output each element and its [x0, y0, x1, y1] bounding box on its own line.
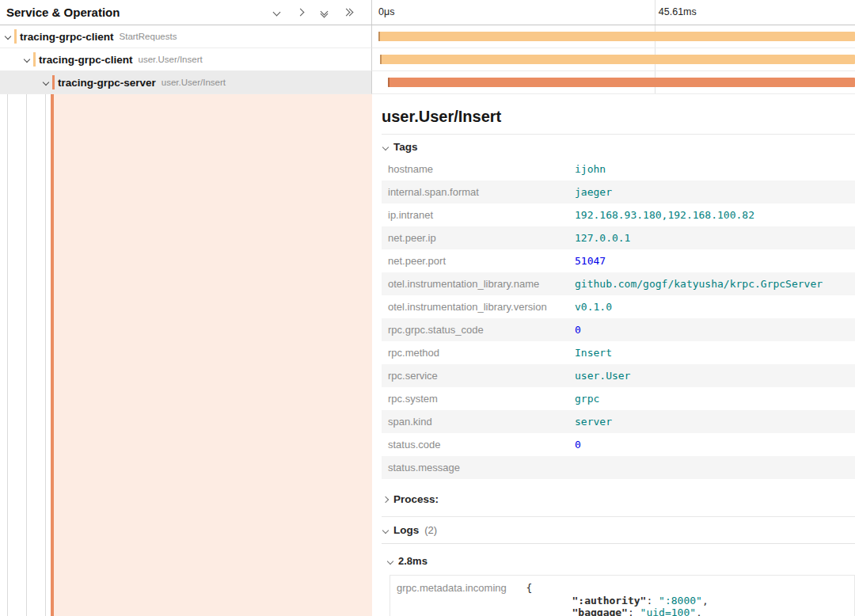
- tag-value: 51047: [568, 249, 855, 272]
- tag-value: 192.168.93.180,192.168.100.82: [568, 203, 855, 226]
- span-duration-bar[interactable]: [380, 55, 855, 64]
- tag-row: status.message: [382, 456, 855, 479]
- tag-key: net.peer.ip: [382, 226, 568, 249]
- span-name-cell[interactable]: tracing-grpc-clientuser.User/Insert: [0, 48, 372, 71]
- timeline-tick-label: 0μs: [378, 6, 394, 17]
- span-service-name: tracing-grpc-server: [58, 77, 156, 89]
- tag-key: rpc.grpc.status_code: [382, 318, 568, 341]
- tag-key: otel.instrumentation_library.name: [382, 272, 568, 295]
- tags-table: hostnameijohninternal.span.formatjaegeri…: [382, 158, 855, 479]
- logs-section: Logs (2) 2.8ms grpc.metadata.incoming {"…: [382, 516, 855, 616]
- tag-row: rpc.methodInsert: [382, 341, 855, 364]
- tag-value: server: [568, 410, 855, 433]
- tag-row: rpc.serviceuser.User: [382, 364, 855, 387]
- span-timeline-cell: [372, 48, 855, 71]
- chevron-down-icon: [382, 527, 389, 533]
- span-name: tracing-grpc-clientStartRequests: [14, 29, 177, 44]
- log-entry-time: 2.8ms: [398, 555, 428, 567]
- chevron-right-icon: [382, 496, 389, 502]
- process-label: Process:: [393, 493, 439, 505]
- tags-section: Tags hostnameijohninternal.span.formatja…: [382, 134, 855, 479]
- chevron-down-icon: [387, 557, 393, 564]
- chevron-down-icon: [382, 143, 389, 150]
- tag-row: net.peer.ip127.0.0.1: [382, 226, 855, 249]
- tags-section-header[interactable]: Tags: [382, 135, 855, 158]
- expand-one-button[interactable]: [294, 6, 306, 19]
- tag-key: rpc.method: [382, 341, 568, 364]
- log-field-key: grpc.metadata.incoming: [390, 576, 520, 616]
- tag-value: 127.0.0.1: [568, 226, 855, 249]
- tag-row: status.code0: [382, 433, 855, 456]
- span-detail-title: user.User/Insert: [382, 107, 855, 126]
- log-fields-table: grpc.metadata.incoming {":authority": ":…: [390, 575, 855, 616]
- tag-row: ip.intranet192.168.93.180,192.168.100.82: [382, 203, 855, 226]
- tag-value: ijohn: [568, 158, 855, 181]
- tag-key: internal.span.format: [382, 181, 568, 203]
- span-operation-name: StartRequests: [120, 32, 177, 41]
- span-toggle-chevron-icon[interactable]: [2, 31, 13, 42]
- span-row[interactable]: tracing-grpc-clientuser.User/Insert: [0, 48, 855, 71]
- timeline-header: Service & Operation 0μs45.61ms: [0, 0, 855, 25]
- tag-key: status.message: [382, 456, 568, 479]
- tag-key: rpc.system: [382, 387, 568, 410]
- expand-all-button[interactable]: [341, 6, 354, 19]
- span-timeline-cell: [372, 71, 855, 94]
- timeline-ruler: 0μs45.61ms: [372, 0, 855, 25]
- timeline-tick-label: 45.61ms: [659, 6, 697, 17]
- span-name: tracing-grpc-serveruser.User/Insert: [52, 75, 226, 89]
- span-service-name: tracing-grpc-client: [20, 31, 114, 43]
- span-operation-name: user.User/Insert: [162, 78, 226, 87]
- tag-row: hostnameijohn: [382, 158, 855, 181]
- log-entry: 2.8ms grpc.metadata.incoming {":authorit…: [382, 544, 855, 616]
- span-row[interactable]: tracing-grpc-clientStartRequests: [0, 25, 855, 48]
- tree-indent-guide: [26, 94, 27, 616]
- double-chevron-down-icon: [321, 9, 327, 17]
- span-duration-bar[interactable]: [388, 78, 855, 87]
- tag-key: otel.instrumentation_library.version: [382, 295, 568, 318]
- jaeger-trace-view: Service & Operation 0μs45.61ms tracing-g…: [0, 0, 855, 616]
- tag-value: user.User: [568, 364, 855, 387]
- span-toggle-chevron-icon[interactable]: [21, 54, 32, 65]
- span-rows: tracing-grpc-clientStartRequeststracing-…: [0, 25, 855, 94]
- log-field-value: {":authority": ":8000","baggage": "uid=1…: [520, 576, 855, 616]
- tag-key: net.peer.port: [382, 249, 568, 272]
- tag-value: github.com/gogf/katyusha/krpc.GrpcServer: [568, 272, 855, 295]
- tag-value: jaeger: [568, 181, 855, 203]
- tag-value: [568, 456, 855, 479]
- tree-indent-guide: [7, 94, 8, 616]
- timeline-gridline: [655, 0, 656, 25]
- span-duration-bar[interactable]: [378, 32, 855, 41]
- span-name-cell[interactable]: tracing-grpc-clientStartRequests: [0, 25, 372, 48]
- span-row[interactable]: tracing-grpc-serveruser.User/Insert: [0, 71, 855, 94]
- process-section-header[interactable]: Process:: [382, 489, 855, 510]
- tag-row: span.kindserver: [382, 410, 855, 433]
- collapse-one-button[interactable]: [270, 6, 283, 19]
- span-service-name: tracing-grpc-client: [39, 54, 133, 66]
- tag-key: span.kind: [382, 410, 568, 433]
- logs-section-header[interactable]: Logs (2): [382, 517, 855, 544]
- tag-value: 0: [568, 433, 855, 456]
- span-toggle-chevron-icon[interactable]: [40, 77, 51, 88]
- collapse-all-button[interactable]: [317, 6, 330, 19]
- tag-key: hostname: [382, 158, 568, 181]
- log-entry-header[interactable]: 2.8ms: [388, 555, 855, 567]
- tag-key: ip.intranet: [382, 203, 568, 226]
- tag-key: rpc.service: [382, 364, 568, 387]
- tag-value: 0: [568, 318, 855, 341]
- tree-indent-guide: [45, 94, 46, 616]
- tag-row: rpc.systemgrpc: [382, 387, 855, 410]
- logs-label: Logs: [393, 524, 419, 536]
- span-name: tracing-grpc-clientuser.User/Insert: [33, 52, 203, 67]
- log-field-row: grpc.metadata.incoming {":authority": ":…: [390, 576, 855, 616]
- chevron-down-icon: [272, 9, 280, 17]
- span-name-cell[interactable]: tracing-grpc-serveruser.User/Insert: [0, 71, 372, 94]
- tag-value: v0.1.0: [568, 295, 855, 318]
- span-operation-name: user.User/Insert: [139, 55, 203, 64]
- chevron-right-icon: [296, 9, 304, 17]
- service-operation-title: Service & Operation: [6, 6, 270, 19]
- span-detail-row: user.User/Insert Tags hostnameijohninter…: [0, 94, 855, 616]
- span-detail-panel: user.User/Insert Tags hostnameijohninter…: [372, 94, 855, 616]
- tag-row: internal.span.formatjaeger: [382, 181, 855, 203]
- span-detail-backdrop: [54, 94, 372, 616]
- tag-row: otel.instrumentation_library.versionv0.1…: [382, 295, 855, 318]
